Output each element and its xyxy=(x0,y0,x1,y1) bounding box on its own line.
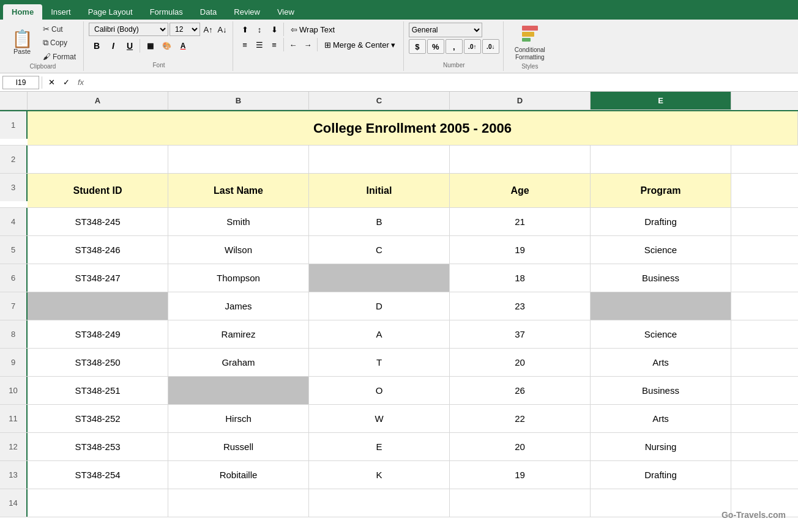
cell-14b[interactable] xyxy=(168,489,309,517)
merge-center-button[interactable]: ⊞ Merge & Center ▾ xyxy=(320,39,400,51)
tab-insert[interactable]: Insert xyxy=(42,4,80,20)
col-header-b[interactable]: B xyxy=(168,92,309,110)
cell-4a[interactable]: ST348-245 xyxy=(28,208,168,235)
cell-4b[interactable]: Smith xyxy=(168,208,309,235)
formula-input[interactable] xyxy=(89,78,796,87)
row-num-8[interactable]: 8 xyxy=(0,320,28,348)
cell-6a[interactable]: ST348-247 xyxy=(28,264,168,292)
formula-cancel-button[interactable]: ✕ xyxy=(45,76,58,89)
cell-11e[interactable]: Arts xyxy=(591,405,731,432)
wrap-text-button[interactable]: ⇦ Wrap Text xyxy=(286,23,339,36)
cell-7e[interactable] xyxy=(591,292,731,320)
row-num-4[interactable]: 4 xyxy=(0,208,28,235)
cell-5d[interactable]: 19 xyxy=(450,236,591,264)
cell-9e[interactable]: Arts xyxy=(591,349,731,376)
number-format-select[interactable]: General xyxy=(409,23,482,37)
tab-view[interactable]: View xyxy=(269,4,303,20)
cell-14e[interactable] xyxy=(591,489,731,517)
cell-10d[interactable]: 26 xyxy=(450,377,591,404)
paste-button[interactable]: 📋 Paste xyxy=(6,23,38,63)
cell-4d[interactable]: 21 xyxy=(450,208,591,235)
cell-10b[interactable] xyxy=(168,377,309,404)
cell-6b[interactable]: Thompson xyxy=(168,264,309,292)
cut-button[interactable]: ✂ Cut xyxy=(39,23,80,35)
row-num-1[interactable]: 1 xyxy=(0,111,28,139)
cell-13e[interactable]: Drafting xyxy=(591,461,731,489)
copy-button[interactable]: ⧉ Copy xyxy=(39,36,80,50)
indent-inc-button[interactable]: → xyxy=(301,38,315,51)
row-num-7[interactable]: 7 xyxy=(0,292,28,320)
cell-9c[interactable]: T xyxy=(309,349,450,376)
currency-button[interactable]: $ xyxy=(409,39,426,54)
cell-5e[interactable]: Science xyxy=(591,236,731,264)
cell-12d[interactable]: 20 xyxy=(450,433,591,460)
font-name-select[interactable]: Calibri (Body) xyxy=(89,23,168,36)
tab-page-layout[interactable]: Page Layout xyxy=(80,4,141,20)
fill-color-button[interactable]: 🎨 xyxy=(158,38,174,54)
cell-reference-input[interactable] xyxy=(2,76,39,89)
row-num-13[interactable]: 13 xyxy=(0,461,28,489)
cell-12c[interactable]: E xyxy=(309,433,450,460)
formula-confirm-button[interactable]: ✓ xyxy=(59,76,73,89)
cell-8d[interactable]: 37 xyxy=(450,320,591,348)
font-size-select[interactable]: 12 xyxy=(170,23,200,36)
row-num-5[interactable]: 5 xyxy=(0,236,28,264)
decimal-increase-button[interactable]: .0↑ xyxy=(464,39,481,54)
row-num-6[interactable]: 6 xyxy=(0,264,28,292)
row-num-2[interactable]: 2 xyxy=(0,146,28,173)
title-cell[interactable]: College Enrollment 2005 - 2006 xyxy=(28,111,798,145)
align-center-button[interactable]: ☰ xyxy=(253,38,266,51)
cell-12e[interactable]: Nursing xyxy=(591,433,731,460)
font-decrease-button[interactable]: A↓ xyxy=(215,23,229,36)
cell-6e[interactable]: Business xyxy=(591,264,731,292)
cell-3c[interactable]: Initial xyxy=(309,174,450,207)
cell-2d[interactable] xyxy=(450,146,591,173)
cell-14a[interactable] xyxy=(28,489,168,517)
cell-13b[interactable]: Robitaille xyxy=(168,461,309,489)
cell-12b[interactable]: Russell xyxy=(168,433,309,460)
italic-button[interactable]: I xyxy=(105,38,121,54)
cell-11b[interactable]: Hirsch xyxy=(168,405,309,432)
cell-2c[interactable] xyxy=(309,146,450,173)
col-header-d[interactable]: D xyxy=(450,92,591,110)
cell-7b[interactable]: James xyxy=(168,292,309,320)
align-top-button[interactable]: ⬆ xyxy=(238,23,252,36)
align-left-button[interactable]: ≡ xyxy=(238,38,252,51)
cell-9b[interactable]: Graham xyxy=(168,349,309,376)
cell-3a[interactable]: Student ID xyxy=(28,174,168,207)
indent-dec-button[interactable]: ← xyxy=(286,38,300,51)
align-middle-button[interactable]: ↕ xyxy=(253,23,266,36)
cell-8c[interactable]: A xyxy=(309,320,450,348)
cell-10e[interactable]: Business xyxy=(591,377,731,404)
cell-10a[interactable]: ST348-251 xyxy=(28,377,168,404)
col-header-a[interactable]: A xyxy=(28,92,168,110)
cell-5b[interactable]: Wilson xyxy=(168,236,309,264)
bold-button[interactable]: B xyxy=(89,38,105,54)
cell-3d[interactable]: Age xyxy=(450,174,591,207)
cell-14d[interactable] xyxy=(450,489,591,517)
cell-3b[interactable]: Last Name xyxy=(168,174,309,207)
comma-button[interactable]: , xyxy=(446,39,463,54)
cell-7c[interactable]: D xyxy=(309,292,450,320)
cell-7d[interactable]: 23 xyxy=(450,292,591,320)
cell-5c[interactable]: C xyxy=(309,236,450,264)
row-num-10[interactable]: 10 xyxy=(0,377,28,404)
cell-7a[interactable] xyxy=(28,292,168,320)
col-header-c[interactable]: C xyxy=(309,92,450,110)
row-num-9[interactable]: 9 xyxy=(0,349,28,376)
cell-2e[interactable] xyxy=(591,146,731,173)
cell-8b[interactable]: Ramirez xyxy=(168,320,309,348)
cell-13a[interactable]: ST348-254 xyxy=(28,461,168,489)
cell-4c[interactable]: B xyxy=(309,208,450,235)
cell-6c[interactable] xyxy=(309,264,450,292)
align-bottom-button[interactable]: ⬇ xyxy=(267,23,281,36)
cell-14c[interactable] xyxy=(309,489,450,517)
tab-data[interactable]: Data xyxy=(192,4,225,20)
cell-9a[interactable]: ST348-250 xyxy=(28,349,168,376)
cell-13c[interactable]: K xyxy=(309,461,450,489)
row-num-11[interactable]: 11 xyxy=(0,405,28,432)
tab-home[interactable]: Home xyxy=(3,4,42,20)
row-num-3[interactable]: 3 xyxy=(0,174,28,201)
cell-6d[interactable]: 18 xyxy=(450,264,591,292)
cell-11a[interactable]: ST348-252 xyxy=(28,405,168,432)
